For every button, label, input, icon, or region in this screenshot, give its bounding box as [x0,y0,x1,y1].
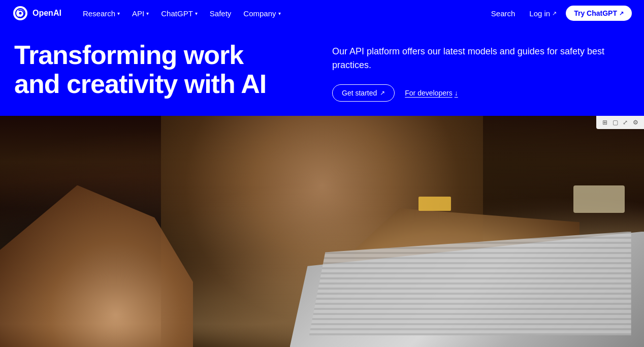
hero-image-inner [0,116,644,347]
watch-detail-overlay [418,197,450,210]
settings-icon[interactable]: ⚙ [631,118,640,127]
search-button[interactable]: Search [486,6,521,21]
grid-1x1-icon[interactable]: ▢ [610,118,620,127]
hero-left: Transforming work and creativity with AI [14,41,312,99]
openai-logo-icon [12,5,28,21]
chevron-down-icon: ▾ [146,11,149,16]
hero-right: Our API platform offers our latest model… [332,41,630,102]
hero-title: Transforming work and creativity with AI [14,41,278,99]
chevron-down-icon: ▾ [195,11,198,16]
navbar: OpenAI Research ▾ API ▾ ChatGPT ▾ Safety… [0,0,644,26]
nav-item-chatgpt[interactable]: ChatGPT ▾ [156,6,203,21]
phone-detail-overlay [573,185,625,213]
arrow-icon: ↗ [380,89,385,97]
brand-name: OpenAI [33,9,61,18]
hero-buttons: Get started ↗ For developers ↓ [332,84,630,102]
grid-2x2-icon[interactable]: ⊞ [600,118,609,127]
hero-description: Our API platform offers our latest model… [332,45,617,72]
hero-image-section: ⊞ ▢ ⤢ ⚙ [0,116,644,347]
logo[interactable]: OpenAI [12,5,61,21]
arrow-icon: ↓ [455,89,458,97]
nav-item-company[interactable]: Company ▾ [238,6,285,21]
svg-point-1 [19,12,22,15]
nav-links: Research ▾ API ▾ ChatGPT ▾ Safety Compan… [78,6,482,21]
nav-item-api[interactable]: API ▾ [127,6,154,21]
try-chatgpt-button[interactable]: Try ChatGPT ↗ [566,6,632,21]
hero-image [0,116,644,347]
chevron-down-icon: ▾ [117,11,120,16]
login-button[interactable]: Log in ↗ [524,6,562,21]
for-developers-button[interactable]: For developers ↓ [405,89,458,97]
expand-icon[interactable]: ⤢ [621,118,630,127]
arrow-icon: ↗ [552,10,557,17]
nav-right: Search Log in ↗ Try ChatGPT ↗ [486,6,632,21]
arrow-icon: ↗ [619,10,624,17]
hero-section: Transforming work and creativity with AI… [0,26,644,116]
image-toolbar: ⊞ ▢ ⤢ ⚙ [596,116,644,129]
chevron-down-icon: ▾ [278,11,281,16]
nav-item-research[interactable]: Research ▾ [78,6,125,21]
nav-item-safety[interactable]: Safety [205,6,237,21]
get-started-button[interactable]: Get started ↗ [332,84,395,102]
